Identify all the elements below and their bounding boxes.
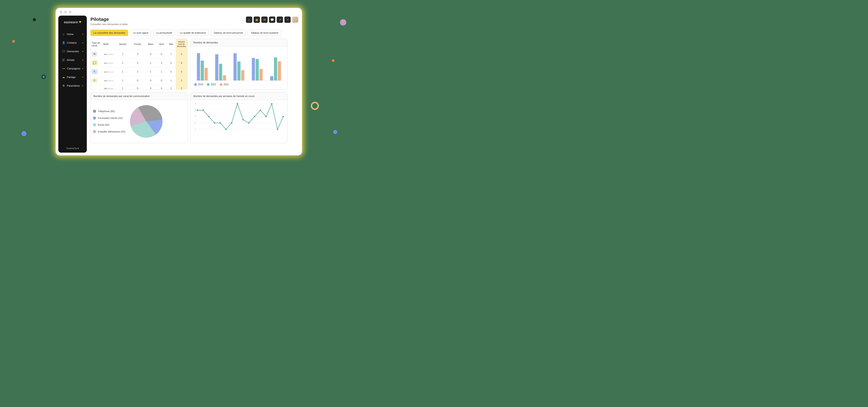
cell-value: 1	[166, 76, 176, 85]
legend-swatch	[93, 130, 96, 133]
legend-swatch	[220, 83, 222, 86]
cell-value: 1	[115, 85, 130, 90]
legend-item: 2023	[194, 83, 203, 86]
col-month: Février	[130, 39, 145, 50]
chat-icon: 💬	[92, 60, 97, 65]
sidebar-item-home[interactable]: ⌂ Home ▾	[60, 30, 85, 38]
table-row: 💬201306	[91, 58, 187, 67]
svg-point-13	[214, 122, 215, 124]
col-total: Nombre total de demandes	[176, 39, 187, 50]
cell-value: 1	[145, 58, 156, 67]
bar-group	[232, 53, 246, 81]
mail-icon: ✉	[92, 52, 97, 57]
sidebar-item-parametres[interactable]: ⚙ Paramètres ▾	[60, 82, 85, 90]
page-subtitle: Consulter mes demandes à traiter	[90, 23, 128, 26]
calendar-button[interactable]: ▦	[254, 17, 260, 23]
window-control-close[interactable]	[60, 11, 62, 13]
sidebar-item-label: Home	[67, 33, 73, 35]
chevron-down-icon: ▾	[82, 59, 83, 61]
page-title: Pilotage	[90, 17, 128, 22]
cell-value: 1	[115, 67, 130, 76]
table-row: 100012	[91, 85, 187, 90]
share-arrow-icon: ↗	[279, 18, 281, 22]
monitor-icon: 🖵	[62, 50, 65, 53]
phone-icon: ✆	[92, 78, 97, 83]
svg-point-12	[208, 116, 210, 117]
svg-point-16	[231, 122, 232, 124]
svg-point-20	[254, 116, 255, 117]
volume-table: Type de canal Motif Janvier Février Mars…	[91, 39, 187, 90]
cell-total: 2	[176, 85, 187, 90]
bell-icon: △	[248, 18, 250, 22]
gear-icon: ⚙	[62, 84, 65, 87]
card-line-chart: Nombre de demandes par semaine de l'anné…	[190, 92, 287, 143]
motif-bar	[104, 54, 114, 55]
sidebar-item-contacts[interactable]: 👤 Contacts ▾	[60, 39, 85, 46]
brand-name: easiware	[64, 20, 78, 24]
cell-value: 1	[166, 50, 176, 58]
chat-button[interactable]: 💬	[269, 17, 275, 23]
bar-group	[269, 57, 283, 81]
svg-text:4: 4	[195, 109, 196, 111]
bar	[259, 69, 263, 81]
window-control-max[interactable]	[69, 11, 71, 13]
card-table: Type de canal Motif Janvier Février Mars…	[90, 39, 188, 90]
sidebar-item-label: Contacts	[67, 41, 76, 44]
legend-item: Enquête détracteurs (41)	[93, 130, 125, 133]
svg-text:5: 5	[195, 103, 196, 105]
legend-swatch	[93, 109, 96, 113]
sidebar-item-achats[interactable]: 🛒 Achats ▾	[60, 56, 85, 64]
cell-value: 1	[145, 67, 156, 76]
tab-suivi-agent[interactable]: Le suivi agent	[130, 30, 151, 36]
cell-value: 0	[130, 85, 145, 90]
svg-text:2: 2	[195, 122, 196, 124]
cell-value: 3	[156, 58, 166, 67]
cell-value: 1	[156, 67, 166, 76]
bar	[237, 62, 241, 81]
bar	[256, 59, 259, 81]
cell-value: 0	[156, 85, 166, 90]
window-titlebar	[56, 8, 302, 13]
cell-value: 0	[166, 58, 176, 67]
mail-button[interactable]: ✉	[261, 17, 268, 23]
tab-qualite[interactable]: La qualité de traitement	[177, 30, 209, 36]
add-button[interactable]: ＋	[284, 17, 291, 23]
svg-text:1: 1	[195, 128, 196, 130]
cell-value: 0	[145, 85, 156, 90]
sidebar-item-campagnes[interactable]: ⊶ Campagnes ▾	[60, 65, 85, 72]
sidebar-item-demandes[interactable]: 🖵 Demandes ▾	[60, 48, 85, 55]
window-control-min[interactable]	[64, 11, 67, 13]
bar	[219, 64, 222, 81]
tab-productivite[interactable]: La productivité	[153, 30, 175, 36]
motif-bar	[104, 63, 114, 64]
avatar[interactable]	[292, 17, 298, 23]
legend-swatch	[93, 117, 96, 120]
col-month: Mars	[145, 39, 156, 50]
cell-value: 0	[145, 50, 156, 58]
user-icon: 👤	[62, 41, 65, 44]
svg-point-11	[202, 109, 204, 111]
cart-icon: 🛒	[62, 58, 65, 62]
pie-chart	[130, 105, 162, 138]
col-month: Avril	[156, 39, 166, 50]
chevron-down-icon: ▾	[82, 42, 83, 44]
legend-swatch	[93, 123, 96, 126]
tab-systeme[interactable]: Tableau de bord système	[248, 30, 281, 36]
tab-volumetrie[interactable]: La volumétrie des demandes	[90, 30, 128, 36]
cell-value: 0	[156, 76, 166, 85]
notifications-button[interactable]: △	[246, 17, 252, 23]
cell-value: 0	[166, 67, 176, 76]
cell-value: 3	[130, 50, 145, 58]
bar	[270, 76, 273, 81]
export-button[interactable]: ↗	[277, 17, 283, 23]
chevron-down-icon: ▾	[82, 85, 83, 87]
col-type: Type de canal	[91, 39, 102, 50]
svg-point-21	[260, 109, 261, 111]
sidebar-item-partage[interactable]: ☁ Partage ▾	[60, 73, 85, 81]
sidebar-item-label: Demandes	[67, 50, 79, 53]
tab-personnel[interactable]: Tableau de bord personnel	[211, 30, 246, 36]
bar-group	[195, 53, 209, 81]
cell-value: 0	[156, 50, 166, 58]
cell-value: 1	[115, 50, 130, 58]
heart-icon: ♥	[78, 147, 79, 150]
